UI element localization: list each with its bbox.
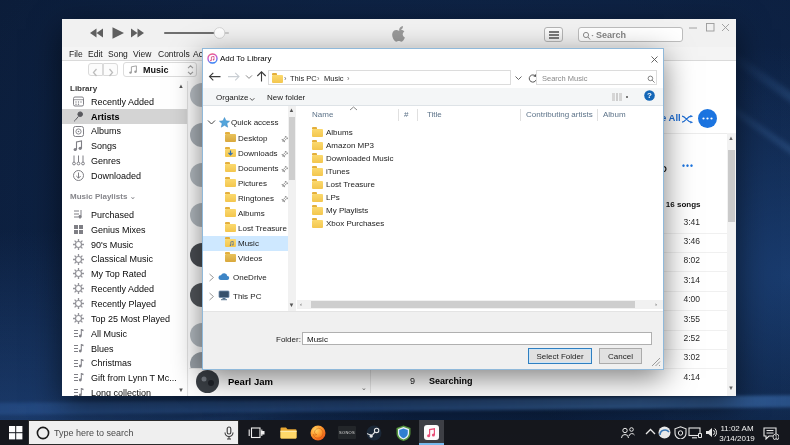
svg-text:1: 1 (774, 434, 777, 440)
svg-text:11:02 AM: 11:02 AM (720, 424, 754, 433)
svg-text:3/14/2019: 3/14/2019 (719, 434, 755, 443)
svg-text:?: ? (647, 91, 652, 100)
